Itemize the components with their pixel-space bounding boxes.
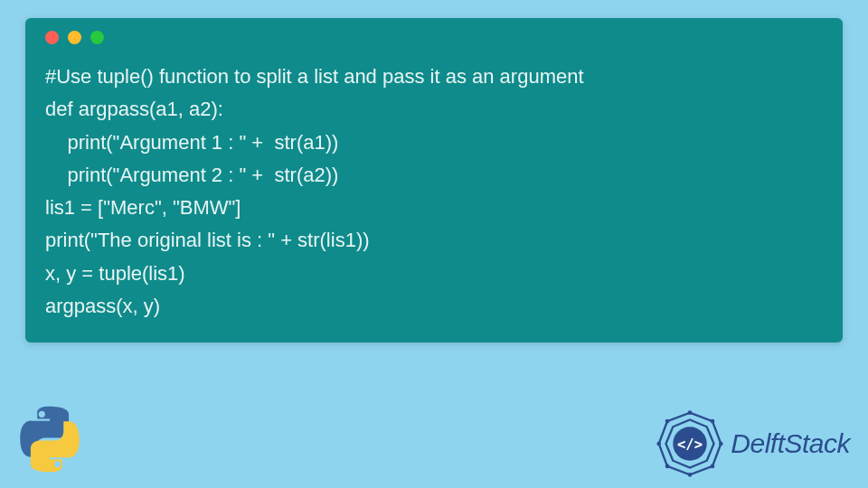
python-logo-icon [14,403,86,479]
svg-point-10 [657,442,662,446]
code-block: #Use tuple() function to split a list an… [45,61,823,323]
svg-point-5 [711,419,715,424]
delftstack-logo-icon: </> [655,408,725,479]
window-controls [45,31,823,44]
svg-point-6 [719,442,723,446]
svg-point-9 [665,465,670,469]
footer: </> DelftStack [0,389,868,488]
svg-point-11 [665,419,670,424]
svg-point-7 [711,465,715,469]
maximize-dot [90,31,104,44]
code-window: #Use tuple() function to split a list an… [25,18,843,343]
delftstack-brand: </> DelftStack [655,408,850,479]
svg-text:</>: </> [677,436,703,453]
svg-point-8 [688,473,693,477]
close-dot [45,31,59,44]
minimize-dot [68,31,81,44]
brand-name: DelftStack [731,428,850,459]
svg-point-4 [688,410,693,415]
